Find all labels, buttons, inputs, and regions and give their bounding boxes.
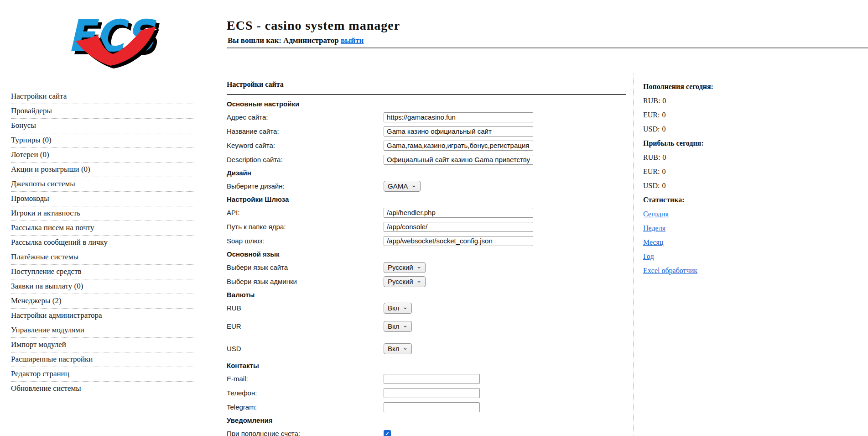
field-label: USD [227, 345, 384, 352]
sidebar-item[interactable]: Импорт модулей [11, 338, 195, 352]
field-label: При пополнение счета: [227, 430, 384, 436]
stats-link[interactable]: Сегодня [643, 210, 669, 218]
chevron-down-icon: ⌄ [403, 345, 408, 350]
stat-value-row: EUR:0 [643, 164, 794, 179]
sidebar-item[interactable]: Расширенные настройки [11, 352, 195, 367]
content-right-separator [633, 73, 634, 436]
sidebar-item[interactable]: Редактор страниц [11, 367, 195, 382]
text-input[interactable] [384, 402, 480, 412]
logout-link[interactable]: выйти [341, 36, 364, 45]
sidebar-item[interactable]: Лотереи (0) [11, 148, 195, 163]
sidebar-item[interactable]: Платёжные системы [11, 250, 195, 265]
dropdown-select[interactable]: GAMA⌄ [384, 181, 421, 192]
statistics-links: СегодняНеделяМесяцГодExcel обработчик [643, 207, 794, 278]
stats-link[interactable]: Месяц [643, 238, 664, 247]
form-row: RUBВкл⌄ [227, 301, 626, 315]
stat-link-row: Год [643, 249, 794, 263]
form-section-heading: Основной язык [227, 248, 626, 260]
sidebar-item[interactable]: Игроки и активность [11, 206, 195, 221]
sidebar-item[interactable]: Рассылка сообщений в личку [11, 236, 195, 250]
notification-checkbox[interactable]: ✓ [384, 430, 391, 436]
page-title: Настройки сайта [227, 80, 626, 90]
field-label: E-mail: [227, 375, 384, 383]
sidebar-item[interactable]: Управление модулями [11, 323, 195, 338]
field-label: Keyword сайта: [227, 142, 384, 149]
select-value: Вкл [388, 344, 400, 354]
field-label: Выберите дизайн: [227, 182, 384, 190]
text-input[interactable] [384, 155, 533, 165]
sidebar-item[interactable]: Менеджеры (2) [11, 294, 195, 309]
form-section-heading: Контакты [227, 359, 626, 372]
dropdown-select[interactable]: Вкл⌄ [384, 321, 412, 332]
stat-link-row: Месяц [643, 235, 794, 249]
stats-link[interactable]: Excel обработчик [643, 267, 697, 275]
field-label: Description сайта: [227, 156, 384, 163]
stats-link[interactable]: Год [643, 252, 654, 261]
chevron-down-icon: ⌄ [411, 183, 416, 187]
text-input[interactable] [384, 388, 480, 398]
dropdown-select[interactable]: Русский⌄ [384, 262, 426, 273]
header-divider [227, 47, 868, 48]
text-input[interactable] [384, 208, 533, 218]
login-user: Администратор [283, 36, 339, 45]
form-section-heading: Основные настройки [227, 98, 626, 110]
form-row: API: [227, 205, 626, 220]
text-input[interactable] [384, 374, 480, 384]
stat-currency-value: 0 [662, 125, 665, 133]
title-divider [227, 94, 626, 95]
stat-value-row: EUR:0 [643, 108, 794, 122]
sidebar-item[interactable]: Джекпоты системы [11, 177, 195, 192]
sidebar-item[interactable]: Обновление системы [11, 382, 195, 396]
sidebar-item[interactable]: Промокоды [11, 192, 195, 206]
form-row: Адрес сайта: [227, 110, 626, 124]
check-icon: ✓ [385, 430, 390, 436]
stat-currency-value: 0 [662, 97, 666, 105]
form-row: Выберите дизайн:GAMA⌄ [227, 179, 626, 193]
sidebar-item[interactable]: Рассылка писем на почту [11, 221, 195, 236]
settings-panel: Настройки сайта Основные настройкиАдрес … [227, 80, 626, 436]
dropdown-select[interactable]: Вкл⌄ [384, 303, 412, 314]
stat-value-row: RUB:0 [643, 150, 794, 164]
text-input[interactable] [384, 141, 533, 151]
form-section-heading: Настройки Шлюза [227, 193, 626, 205]
form-row: Выбери язык админкиРусский⌄ [227, 274, 626, 289]
field-label: Телефон: [227, 389, 384, 397]
field-label: EUR [227, 322, 384, 330]
stat-link-row: Excel обработчик [643, 263, 794, 278]
text-input[interactable] [384, 126, 533, 137]
form-row: Название сайта: [227, 124, 626, 138]
stat-currency-label: EUR: [643, 168, 660, 176]
stat-currency-label: USD: [643, 125, 660, 133]
sidebar-item[interactable]: Заявки на выплату (0) [11, 279, 195, 294]
stats-link[interactable]: Неделя [643, 224, 665, 232]
deposits-title: Пополнения сегодня: [643, 79, 794, 94]
field-label: Название сайта: [227, 127, 384, 135]
sidebar-item[interactable]: Настройки сайта [11, 89, 195, 104]
stat-value-row: USD:0 [643, 122, 794, 136]
stat-currency-value: 0 [662, 168, 665, 176]
sidebar-item[interactable]: Акции и розыгрыши (0) [11, 163, 195, 177]
form-row: Выбери язык сайтаРусский⌄ [227, 260, 626, 274]
sidebar-item[interactable]: Турниры (0) [11, 133, 195, 148]
form-row: Телефон: [227, 386, 626, 400]
text-input[interactable] [384, 236, 533, 246]
sidebar-item[interactable]: Настройки администратора [11, 309, 195, 323]
stat-link-row: Неделя [643, 221, 794, 235]
sidebar-item[interactable]: Провайдеры [11, 104, 195, 119]
dropdown-select[interactable]: Вкл⌄ [384, 343, 412, 354]
form-row: E-mail: [227, 372, 626, 386]
form-row: Telegram: [227, 400, 626, 414]
dropdown-select[interactable]: Русский⌄ [384, 276, 426, 287]
sidebar-item[interactable]: Бонусы [11, 119, 195, 133]
form-row: USDВкл⌄ [227, 341, 626, 356]
statistics-title: Статистика: [643, 193, 794, 207]
sidebar-item[interactable]: Поступление средств [11, 265, 195, 279]
text-input[interactable] [384, 112, 533, 122]
select-value: Русский [388, 263, 413, 273]
content-left-separator [216, 73, 216, 436]
select-value: GAMA [388, 181, 408, 191]
stat-value-row: RUB:0 [643, 94, 794, 108]
profit-list: RUB:0EUR:0USD:0 [643, 150, 794, 193]
stat-currency-value: 0 [662, 153, 666, 162]
text-input[interactable] [384, 222, 533, 232]
